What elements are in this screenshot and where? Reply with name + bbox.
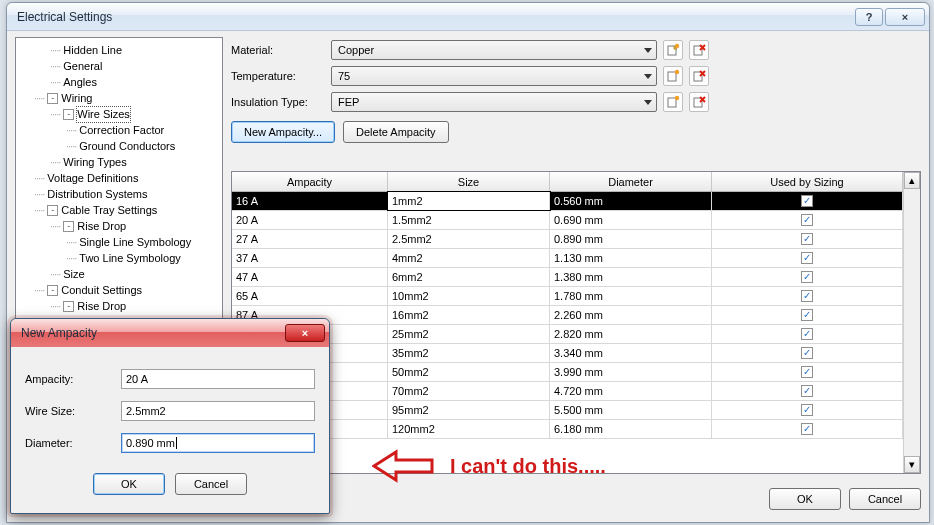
main-cancel-button[interactable]: Cancel (849, 488, 921, 510)
checkbox-icon[interactable]: ✓ (801, 423, 813, 435)
tree-item[interactable]: ·····Ground Conductors (18, 138, 220, 154)
table-row[interactable]: 65 A10mm21.780 mm✓ (232, 287, 903, 306)
checkbox-icon[interactable]: ✓ (801, 233, 813, 245)
cell-size[interactable]: 10mm2 (388, 287, 550, 305)
expand-icon[interactable]: - (63, 109, 74, 120)
table-row[interactable]: 95mm25.500 mm✓ (232, 401, 903, 420)
cell-ampacity[interactable]: 65 A (232, 287, 388, 305)
help-button[interactable]: ? (855, 8, 883, 26)
cell-diameter[interactable]: 0.890 mm (550, 230, 712, 248)
cell-used-by-sizing[interactable]: ✓ (712, 325, 903, 343)
cell-diameter[interactable]: 3.340 mm (550, 344, 712, 362)
expand-icon[interactable]: - (63, 221, 74, 232)
tree-item[interactable]: ·····Single Line Symbology (18, 234, 220, 250)
cell-ampacity[interactable]: 27 A (232, 230, 388, 248)
checkbox-icon[interactable]: ✓ (801, 404, 813, 416)
cell-used-by-sizing[interactable]: ✓ (712, 306, 903, 324)
tree-item[interactable]: ·····Distribution Systems (18, 186, 220, 202)
cell-size[interactable]: 95mm2 (388, 401, 550, 419)
tree-item[interactable]: ·····-Conduit Settings (18, 282, 220, 298)
cell-used-by-sizing[interactable]: ✓ (712, 344, 903, 362)
insulation-delete-icon[interactable] (689, 92, 709, 112)
modal-close-button[interactable]: × (285, 324, 325, 342)
cell-used-by-sizing[interactable]: ✓ (712, 363, 903, 381)
main-ok-button[interactable]: OK (769, 488, 841, 510)
cell-size[interactable]: 70mm2 (388, 382, 550, 400)
cell-used-by-sizing[interactable]: ✓ (712, 249, 903, 267)
cell-size[interactable]: 6mm2 (388, 268, 550, 286)
cell-used-by-sizing[interactable]: ✓ (712, 382, 903, 400)
col-used-by-sizing[interactable]: Used by Sizing (712, 172, 903, 191)
modal-wiresize-input[interactable]: 2.5mm2 (121, 401, 315, 421)
tree-item[interactable]: ·····-Cable Tray Settings (18, 202, 220, 218)
cell-used-by-sizing[interactable]: ✓ (712, 192, 903, 210)
tree-item[interactable]: ·····-Rise Drop (18, 298, 220, 314)
checkbox-icon[interactable]: ✓ (801, 309, 813, 321)
cell-diameter[interactable]: 0.690 mm (550, 211, 712, 229)
expand-icon[interactable]: - (63, 301, 74, 312)
table-row[interactable]: 87 A16mm22.260 mm✓ (232, 306, 903, 325)
table-row[interactable]: 47 A6mm21.380 mm✓ (232, 268, 903, 287)
cell-ampacity[interactable]: 37 A (232, 249, 388, 267)
cell-diameter[interactable]: 4.720 mm (550, 382, 712, 400)
cell-diameter[interactable]: 1.780 mm (550, 287, 712, 305)
scroll-down-icon[interactable]: ▾ (904, 456, 920, 473)
material-new-icon[interactable] (663, 40, 683, 60)
cell-used-by-sizing[interactable]: ✓ (712, 420, 903, 438)
cell-used-by-sizing[interactable]: ✓ (712, 287, 903, 305)
checkbox-icon[interactable]: ✓ (801, 195, 813, 207)
tree-item[interactable]: ·····Voltage Definitions (18, 170, 220, 186)
cell-size[interactable]: 35mm2 (388, 344, 550, 362)
checkbox-icon[interactable]: ✓ (801, 252, 813, 264)
col-diameter[interactable]: Diameter (550, 172, 712, 191)
col-ampacity[interactable]: Ampacity (232, 172, 388, 191)
cell-ampacity[interactable]: 47 A (232, 268, 388, 286)
cell-used-by-sizing[interactable]: ✓ (712, 268, 903, 286)
tree-item[interactable]: ·····-Wire Sizes (18, 106, 220, 122)
grid-scrollbar[interactable]: ▴ ▾ (903, 172, 920, 473)
cell-size[interactable]: 25mm2 (388, 325, 550, 343)
table-row[interactable]: 50mm23.990 mm✓ (232, 363, 903, 382)
delete-ampacity-button[interactable]: Delete Ampacity (343, 121, 448, 143)
cell-diameter[interactable]: 1.380 mm (550, 268, 712, 286)
scroll-up-icon[interactable]: ▴ (904, 172, 920, 189)
tree-item[interactable]: ·····Two Line Symbology (18, 250, 220, 266)
table-row[interactable]: 37 A4mm21.130 mm✓ (232, 249, 903, 268)
table-row[interactable]: 27 A2.5mm20.890 mm✓ (232, 230, 903, 249)
cell-size[interactable]: 1mm2 (388, 192, 550, 210)
material-combo[interactable]: Copper (331, 40, 657, 60)
cell-diameter[interactable]: 2.820 mm (550, 325, 712, 343)
table-row[interactable]: 120mm26.180 mm✓ (232, 420, 903, 439)
close-button[interactable]: × (885, 8, 925, 26)
checkbox-icon[interactable]: ✓ (801, 366, 813, 378)
cell-size[interactable]: 2.5mm2 (388, 230, 550, 248)
table-row[interactable]: 70mm24.720 mm✓ (232, 382, 903, 401)
checkbox-icon[interactable]: ✓ (801, 347, 813, 359)
insulation-new-icon[interactable] (663, 92, 683, 112)
modal-cancel-button[interactable]: Cancel (175, 473, 247, 495)
cell-used-by-sizing[interactable]: ✓ (712, 211, 903, 229)
tree-item[interactable]: ·····-Rise Drop (18, 218, 220, 234)
cell-diameter[interactable]: 3.990 mm (550, 363, 712, 381)
tree-item[interactable]: ·····Wiring Types (18, 154, 220, 170)
checkbox-icon[interactable]: ✓ (801, 271, 813, 283)
checkbox-icon[interactable]: ✓ (801, 328, 813, 340)
table-row[interactable]: 25mm22.820 mm✓ (232, 325, 903, 344)
cell-diameter[interactable]: 1.130 mm (550, 249, 712, 267)
cell-size[interactable]: 16mm2 (388, 306, 550, 324)
expand-icon[interactable]: - (47, 205, 58, 216)
tree-item[interactable]: ·····Hidden Line (18, 42, 220, 58)
cell-size[interactable]: 120mm2 (388, 420, 550, 438)
modal-ok-button[interactable]: OK (93, 473, 165, 495)
insulation-combo[interactable]: FEP (331, 92, 657, 112)
temperature-combo[interactable]: 75 (331, 66, 657, 86)
checkbox-icon[interactable]: ✓ (801, 214, 813, 226)
cell-diameter[interactable]: 0.560 mm (550, 192, 712, 210)
new-ampacity-button[interactable]: New Ampacity... (231, 121, 335, 143)
tree-item[interactable]: ·····Angles (18, 74, 220, 90)
material-delete-icon[interactable] (689, 40, 709, 60)
cell-diameter[interactable]: 5.500 mm (550, 401, 712, 419)
temperature-new-icon[interactable] (663, 66, 683, 86)
tree-item[interactable]: ·····Size (18, 266, 220, 282)
cell-diameter[interactable]: 6.180 mm (550, 420, 712, 438)
